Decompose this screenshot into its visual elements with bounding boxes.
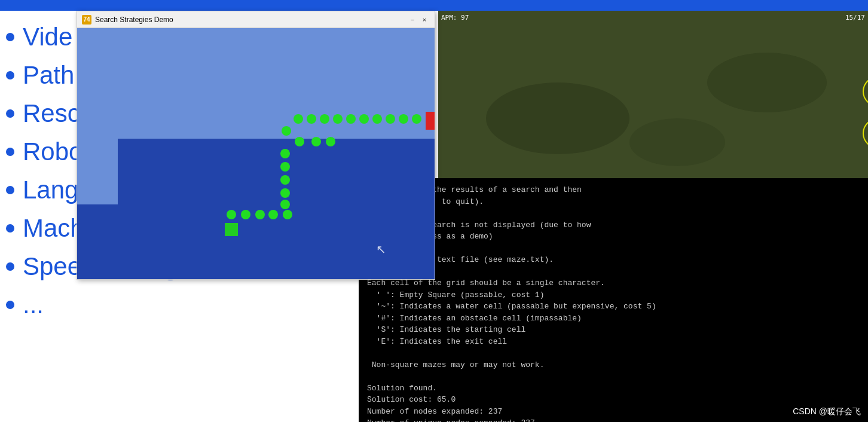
terminal-line-2: search (or 'q' to quit). bbox=[367, 196, 860, 208]
stats-overlay: 15/17 bbox=[845, 14, 865, 22]
path-dot-6 bbox=[359, 114, 369, 124]
path-dot-18 bbox=[280, 188, 290, 198]
path-dot-17 bbox=[280, 175, 290, 185]
game-canvas: APM: 97 15/17 bbox=[438, 11, 868, 178]
path-dot-4 bbox=[333, 114, 343, 124]
demo-window-titlebar[interactable]: 74 Search Strategies Demo − × bbox=[77, 11, 435, 28]
terminal-line-6 bbox=[367, 243, 860, 255]
terminal-line-10: ' ': Empty Square (passable, cost 1) bbox=[367, 289, 860, 301]
svg-point-2 bbox=[707, 53, 827, 112]
terminal-line-3 bbox=[367, 207, 860, 219]
bullet-ellipsis bbox=[6, 301, 14, 309]
terminal-line-7: resented by a text file (see maze.txt). bbox=[367, 254, 860, 266]
path-dot-12 bbox=[295, 137, 304, 146]
svg-point-3 bbox=[629, 118, 725, 166]
demo-canvas: ↖ bbox=[77, 28, 435, 279]
terminal-line-8 bbox=[367, 266, 860, 278]
terminal-line-5: s used in class as a demo) bbox=[367, 231, 860, 243]
terminal-line-9: Each cell of the grid should be a single… bbox=[367, 277, 860, 289]
terminal-line-19: Solution cost: 65.0 bbox=[367, 394, 860, 406]
path-dot-23 bbox=[268, 210, 278, 219]
minimize-button[interactable]: − bbox=[407, 14, 418, 25]
terminal-line-12: '#': Indicates an obstacle cell (impassa… bbox=[367, 313, 860, 325]
mouse-cursor: ↖ bbox=[376, 242, 386, 256]
path-dot-16 bbox=[280, 162, 290, 172]
window-title: Search Strategies Demo bbox=[95, 16, 406, 24]
terminal-line-16: Non-square mazes may or may not work. bbox=[367, 359, 860, 371]
apm-overlay: APM: 97 bbox=[441, 14, 469, 22]
path-dot-15 bbox=[280, 149, 290, 158]
terminal-line-15 bbox=[367, 347, 860, 359]
bullet-speech bbox=[6, 262, 14, 271]
csdn-watermark: CSDN @暖仔会飞 bbox=[793, 406, 861, 417]
terminal-line-13: 'S': Indicates the starting cell bbox=[367, 324, 860, 336]
path-dot-10 bbox=[412, 114, 421, 124]
svg-point-1 bbox=[486, 82, 629, 154]
game-screenshot-panel: APM: 97 15/17 bbox=[438, 11, 868, 178]
path-dot-21 bbox=[241, 210, 250, 219]
path-dot-11 bbox=[282, 126, 291, 136]
close-button[interactable]: × bbox=[419, 14, 430, 25]
terminal-line-17 bbox=[367, 371, 860, 383]
path-dot-2 bbox=[307, 114, 316, 124]
path-dot-13 bbox=[311, 137, 321, 146]
path-dot-20 bbox=[227, 210, 236, 219]
terminal-line-20: Number of nodes expanded: 237 bbox=[367, 406, 860, 418]
terminal-line-18: Solution found. bbox=[367, 383, 860, 395]
end-square bbox=[426, 112, 435, 130]
terminal-line-14: 'E': Indicates the exit cell bbox=[367, 336, 860, 348]
path-dot-1 bbox=[294, 114, 303, 124]
path-dot-9 bbox=[399, 114, 408, 124]
path-dot-14 bbox=[326, 137, 335, 146]
path-dot-5 bbox=[346, 114, 356, 124]
path-dot-19 bbox=[280, 200, 290, 209]
bullet-machine bbox=[6, 224, 14, 233]
list-item-ellipsis: ... bbox=[6, 286, 359, 324]
window-icon: 74 bbox=[82, 15, 91, 25]
path-dot-7 bbox=[372, 114, 382, 124]
path-dot-24 bbox=[283, 210, 292, 219]
terminal-line-11: '~': Indicates a water cell (passable bu… bbox=[367, 301, 860, 313]
top-bar bbox=[0, 0, 868, 11]
game-svg bbox=[438, 11, 868, 178]
path-dot-22 bbox=[255, 210, 265, 219]
bullet-robo bbox=[6, 148, 14, 156]
bullet-path bbox=[6, 71, 14, 79]
bullet-resc bbox=[6, 109, 14, 118]
terminal-line-4: name of the search is not displayed (due… bbox=[367, 219, 860, 231]
terminal-line-1: 'c' to clear the results of a search and… bbox=[367, 184, 860, 196]
path-dot-3 bbox=[320, 114, 329, 124]
path-dot-8 bbox=[386, 114, 395, 124]
bullet-vide bbox=[6, 33, 14, 41]
demo-window: 74 Search Strategies Demo − × bbox=[77, 11, 435, 280]
terminal-line-21: Number of unique nodes expanded: 237 bbox=[367, 417, 860, 422]
bullet-lang bbox=[6, 186, 14, 194]
start-square bbox=[225, 223, 238, 236]
